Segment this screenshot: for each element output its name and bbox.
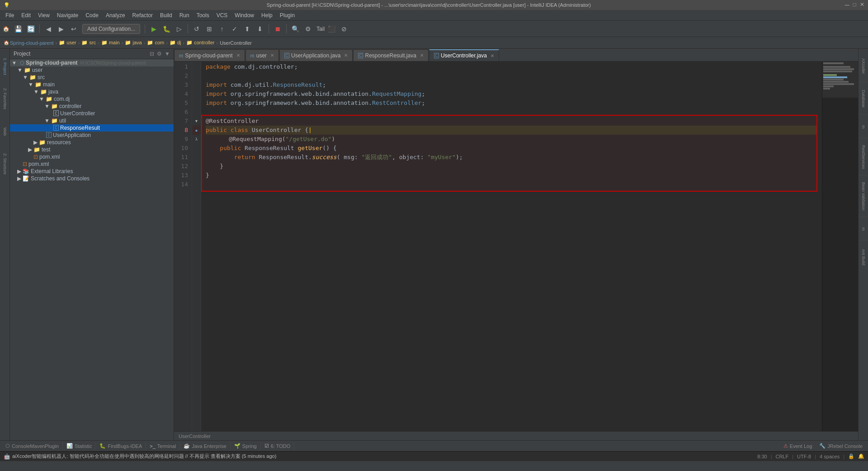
nav-button[interactable]: ↩ <box>68 23 80 35</box>
power-button[interactable]: ⊘ <box>338 23 350 35</box>
breakpoint-icon[interactable]: ● <box>195 128 198 133</box>
diff-button[interactable]: ⊞ <box>203 23 215 35</box>
restservices-tab[interactable]: RestServices <box>859 139 868 175</box>
forward-button[interactable]: ▶ <box>55 23 67 35</box>
jrebel-tab[interactable]: m <box>859 218 868 240</box>
tab-user[interactable]: m user ✕ <box>245 49 279 61</box>
run-config-button[interactable]: ▷ <box>173 23 185 35</box>
bc-usercontroller[interactable]: UserController <box>220 40 252 46</box>
statistic-tab[interactable]: 📊 Statistic <box>63 442 96 450</box>
line-ending[interactable]: CRLF <box>775 454 788 459</box>
menu-vcs[interactable]: VCS <box>213 11 231 19</box>
notification-bell-icon[interactable]: 🔔 <box>858 453 864 459</box>
search-button[interactable]: 🔍 <box>289 23 301 35</box>
bean-validation-tab[interactable]: Bean Validation <box>859 176 868 217</box>
database-tab[interactable]: Database <box>859 83 868 115</box>
menu-refactor[interactable]: Refactor <box>129 11 156 19</box>
tree-item-util[interactable]: ▼ 📁 util <box>10 117 174 124</box>
menu-plugin[interactable]: Plugin <box>276 11 298 19</box>
maximize-button[interactable]: □ <box>853 1 856 9</box>
tree-item-external-libs[interactable]: ▶ 📚 External Libraries <box>10 168 174 175</box>
event-log-button[interactable]: ⚠ Event Log <box>780 442 816 450</box>
jrebel-console-button[interactable]: 🔧 JRebel Console <box>816 442 866 450</box>
tab-usercontroller[interactable]: 🄲 UserController.java ✕ <box>429 49 499 61</box>
tree-item-test[interactable]: ▶ 📁 test <box>10 146 174 153</box>
tree-item-scratches[interactable]: ▶ 📝 Scratches and Consoles <box>10 175 174 182</box>
menu-file[interactable]: File <box>2 11 18 19</box>
cursor-position[interactable]: 8:30 <box>757 454 767 459</box>
tree-item-userapplication[interactable]: 🄲 UserApplication <box>10 132 174 139</box>
sync-button[interactable]: 🔄 <box>25 23 37 35</box>
minimize-button[interactable]: ─ <box>845 1 849 9</box>
bc-user[interactable]: 📁 user <box>59 40 76 46</box>
bc-java[interactable]: 📁 java <box>125 40 142 46</box>
tab-close-4[interactable]: ✕ <box>420 53 424 58</box>
tab-close-2[interactable]: ✕ <box>270 53 274 58</box>
gear-icon[interactable]: ▼ <box>165 51 170 57</box>
tree-item-pom-root[interactable]: ⊡ pom.xml <box>10 160 174 168</box>
close-button[interactable]: ✕ <box>860 1 864 9</box>
tree-item-src[interactable]: ▼ 📁 src <box>10 74 174 81</box>
push-button[interactable]: ⬆ <box>241 23 253 35</box>
debug-button[interactable]: 🐛 <box>160 23 172 35</box>
back-button[interactable]: ◀ <box>42 23 54 35</box>
encoding[interactable]: UTF-8 <box>797 454 811 459</box>
more-button[interactable]: ⚙ <box>302 23 314 35</box>
update-button[interactable]: ⬇ <box>254 23 266 35</box>
lambda-icon[interactable]: λ <box>195 137 198 141</box>
settings-icon[interactable]: ⚙ <box>157 51 162 57</box>
menu-view[interactable]: View <box>34 11 53 19</box>
save-button[interactable]: 💾 <box>12 23 24 35</box>
menu-tools[interactable]: Tools <box>193 11 213 19</box>
maven-tab[interactable]: m <box>859 116 868 138</box>
menu-analyze[interactable]: Analyze <box>102 11 129 19</box>
menu-edit[interactable]: Edit <box>18 11 34 19</box>
minimap[interactable] <box>822 61 858 431</box>
consolemavenplugin-tab[interactable]: ⬡ ConsoleMavenPlugin <box>2 442 63 450</box>
tab-responseresult[interactable]: 🄲 ResponseResult.java ✕ <box>353 49 428 61</box>
menu-run[interactable]: Run <box>176 11 193 19</box>
tree-item-com-dj[interactable]: ▼ 📁 com.dj <box>10 95 174 103</box>
collapse-all-icon[interactable]: ⊟ <box>150 51 154 57</box>
tree-item-java[interactable]: ▼ 📁 java <box>10 88 174 95</box>
tab-spring-cloud-parent[interactable]: m Spring-cloud-parent ✕ <box>174 49 245 61</box>
structure-tab-button[interactable]: Z: Structure <box>0 148 9 180</box>
fold-icon-7[interactable]: ▼ <box>194 119 198 123</box>
bc-controller[interactable]: 📁 controller <box>186 40 214 46</box>
terminal-button[interactable]: ⬛ <box>326 23 337 35</box>
revert-button[interactable]: ↺ <box>191 23 203 35</box>
web-tab-button[interactable]: Web <box>0 116 9 147</box>
menu-navigate[interactable]: Navigate <box>53 11 82 19</box>
menu-help[interactable]: Help <box>258 11 276 19</box>
tab-close-1[interactable]: ✕ <box>236 53 240 58</box>
bc-spring-cloud[interactable]: 🏠 Spring-cloud-parent <box>4 40 54 46</box>
commit-button[interactable]: ✓ <box>229 23 241 35</box>
ant-build-tab[interactable]: Ant Build <box>859 241 868 273</box>
code-editor[interactable]: package com.dj.controller; import com.dj… <box>201 61 822 431</box>
tab-userapplication[interactable]: 🄲 UserApplication.java ✕ <box>279 49 353 61</box>
tree-item-controller[interactable]: ▼ 📁 controller <box>10 103 174 110</box>
tree-item-main[interactable]: ▼ 📁 main <box>10 81 174 88</box>
tree-item-root[interactable]: ▼ ⬡ Spring-cloud-parent H:\CSDN\Spring-c… <box>10 59 174 66</box>
run-button[interactable]: ▶ <box>148 23 160 35</box>
tree-item-pom-user[interactable]: ⊡ pom.xml <box>10 153 174 160</box>
bc-com[interactable]: 📁 com <box>147 40 164 46</box>
bc-main[interactable]: 📁 main <box>101 40 120 46</box>
menu-build[interactable]: Build <box>156 11 176 19</box>
bc-dj[interactable]: 📁 dj <box>170 40 181 46</box>
add-configuration-button[interactable]: Add Configuration... <box>82 24 140 34</box>
menu-code[interactable]: Code <box>82 11 102 19</box>
stop-button[interactable]: ⏹ <box>272 23 283 35</box>
favorites-tab-button[interactable]: 2: Favorites <box>0 83 9 115</box>
aixcoder-tab[interactable]: AXcoder <box>859 51 868 82</box>
tree-item-responseresult[interactable]: 🄲 ResponseResult <box>10 124 174 132</box>
menu-window[interactable]: Window <box>231 11 258 19</box>
findbugs-tab[interactable]: 🐛 FindBugs-IDEA <box>96 442 146 450</box>
tree-item-user[interactable]: ▼ 📁 user <box>10 66 174 74</box>
tree-item-usercontroller[interactable]: 🄲 UserController <box>10 110 174 117</box>
project-tab-button[interactable]: 1: Project <box>0 51 9 82</box>
todo-tab[interactable]: ☑ 6: TODO <box>261 442 295 450</box>
javaenterprise-tab[interactable]: ☕ Java Enterprise <box>180 442 230 450</box>
indent-info[interactable]: 4 spaces <box>820 454 840 459</box>
tree-item-resources[interactable]: ▶ 📁 resources <box>10 139 174 146</box>
